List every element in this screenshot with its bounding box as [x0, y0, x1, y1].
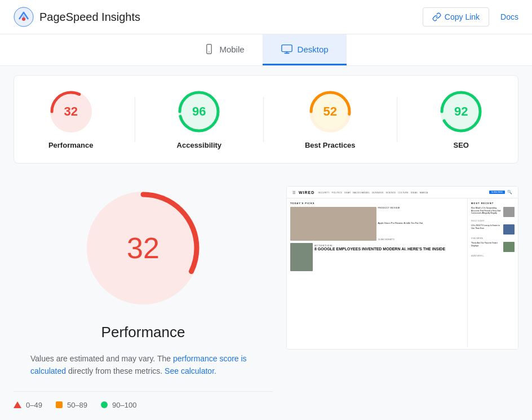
score-circle-best-practices: 52	[308, 89, 353, 134]
mock-big-headline-wrapper: ATTENTION: 8 GOOGLE EMPLOYEES INVENTED M…	[314, 243, 445, 251]
mock-portrait-img	[290, 243, 313, 271]
mock-nav-links: SECURITY POLITICS GEAR BACKCHANNEL BUSIN…	[318, 191, 428, 194]
svg-point-1	[22, 17, 25, 21]
performance-title: Performance	[101, 324, 185, 341]
legend-item-low: 0–49	[14, 401, 42, 409]
desc-middle: directly from these metrics.	[68, 366, 162, 375]
mock-picks-label: TODAY'S PICKS	[290, 202, 464, 205]
score-label-accessibility: Accessibility	[177, 141, 222, 149]
tab-mobile[interactable]: Mobile	[185, 34, 262, 65]
score-label-best-practices: Best Practices	[305, 141, 356, 149]
mock-sidebar-text-3: These Are Our Favorite Smart Displays	[471, 242, 502, 247]
mobile-icon	[203, 43, 215, 55]
mock-featured-grid: PRODUCT REVIEW Apple Vision Pro Review: …	[290, 207, 464, 241]
score-circle-performance: 32	[48, 89, 94, 134]
mock-sidebar-byline-1: REECE GILBERT	[471, 220, 515, 222]
score-card-accessibility[interactable]: 96 Accessibility	[176, 89, 221, 149]
score-label-performance: Performance	[48, 141, 93, 149]
score-value-best-practices: 52	[323, 104, 337, 119]
legend-range-low: 0–49	[26, 401, 42, 409]
mock-subscribe-btn: SUBSCRIBE	[489, 191, 505, 194]
pagespeed-logo	[14, 7, 34, 27]
screenshot-mock: ☰ WIRED SECURITY POLITICS GEAR BACKCHANN…	[287, 187, 518, 349]
legend-icon-high	[101, 401, 108, 408]
divider-2	[263, 97, 264, 142]
mock-nav-right: SUBSCRIBE 🔍	[489, 190, 512, 194]
score-card-seo[interactable]: 92 SEO	[438, 89, 484, 149]
score-cards-container: 32 Performance 96 Accessibility	[14, 75, 518, 163]
score-value-performance: 32	[64, 104, 77, 119]
score-legend: 0–49 50–89 90–100	[14, 391, 273, 409]
legend-range-high: 90–100	[112, 401, 136, 409]
legend-item-medium: 50–89	[56, 401, 87, 409]
tab-desktop-label: Desktop	[298, 45, 329, 54]
mock-sidebar-byline-3: ADAM FARRELL	[471, 255, 515, 257]
mock-site-logo: WIRED	[299, 191, 314, 194]
svg-rect-2	[207, 45, 211, 54]
score-value-accessibility: 96	[192, 104, 206, 119]
mock-featured-text: PRODUCT REVIEW Apple Vision Pro Review: …	[378, 207, 464, 241]
mock-featured-img-1	[290, 207, 376, 241]
performance-screenshot-area: ☰ WIRED SECURITY POLITICS GEAR BACKCHANN…	[286, 186, 518, 409]
mock-sidebar-text-2: LG's 2024 TV Lineup Is Easier to Use Tha…	[471, 224, 502, 229]
performance-description: Values are estimated and may vary. The p…	[30, 352, 256, 378]
mock-navbar: ☰ WIRED SECURITY POLITICS GEAR BACKCHANN…	[287, 187, 518, 198]
score-card-best-practices[interactable]: 52 Best Practices	[305, 89, 356, 149]
copy-link-button[interactable]: Copy Link	[423, 7, 489, 26]
mock-sidebar: MOST RECENT Elon Musk's X Is Suspending …	[467, 198, 518, 347]
score-circle-accessibility: 96	[176, 89, 221, 134]
score-card-performance[interactable]: 32 Performance	[48, 89, 94, 149]
mock-main-content: TODAY'S PICKS PRODUCT REVIEW Apple Visio…	[287, 198, 467, 347]
header-left: PageSpeed Insights	[14, 7, 140, 27]
mock-sidebar-item-2: LG's 2024 TV Lineup Is Easier to Use Tha…	[471, 224, 515, 235]
mock-sidebar-item-1: Elon Musk's X Is Suspending Accounts Tha…	[471, 207, 515, 217]
desc-start: Values are estimated and may vary. The	[30, 354, 171, 363]
score-circle-seo: 92	[438, 89, 484, 134]
mock-sidebar-img-1	[503, 207, 515, 217]
copy-link-label: Copy Link	[445, 12, 480, 21]
screenshot-container: ☰ WIRED SECURITY POLITICS GEAR BACKCHANN…	[286, 186, 518, 350]
tab-mobile-label: Mobile	[219, 45, 244, 54]
app-title: PageSpeed Insights	[39, 11, 140, 24]
legend-icon-medium	[56, 401, 63, 408]
calculator-link[interactable]: See calculator.	[165, 366, 216, 375]
mock-big-headline: 8 GOOGLE EMPLOYEES INVENTED MODERN AI. H…	[314, 247, 445, 251]
score-cards: 32 Performance 96 Accessibility	[28, 89, 504, 149]
large-score-circle: 32	[81, 186, 205, 310]
mock-article-byline: JULIAN CHOKKATTU	[378, 238, 464, 241]
mock-content: TODAY'S PICKS PRODUCT REVIEW Apple Visio…	[287, 198, 518, 347]
score-label-seo: SEO	[454, 141, 469, 149]
mock-sidebar-img-2	[503, 224, 515, 235]
mock-sidebar-text-1: Elon Musk's X Is Suspending Accounts Tha…	[471, 207, 502, 215]
legend-range-medium: 50–89	[67, 401, 87, 409]
divider-3	[397, 97, 397, 142]
svg-rect-4	[281, 45, 291, 52]
link-icon	[432, 12, 441, 21]
header: PageSpeed Insights Copy Link Docs	[0, 0, 532, 34]
large-score-value: 32	[127, 231, 159, 265]
performance-detail-left: 32 Performance Values are estimated and …	[14, 186, 273, 409]
mock-most-recent-label: MOST RECENT	[471, 202, 515, 205]
legend-icon-low	[14, 401, 21, 408]
desktop-icon	[281, 43, 293, 55]
main-content: 32 Performance 96 Accessibility	[0, 66, 532, 420]
mock-sidebar-img-3	[503, 242, 515, 252]
score-value-seo: 92	[454, 104, 468, 119]
docs-button[interactable]: Docs	[500, 12, 518, 21]
tabs-container: Mobile Desktop	[0, 34, 532, 66]
header-right: Copy Link Docs	[423, 7, 518, 26]
mock-tag: PRODUCT REVIEW	[378, 207, 464, 209]
divider-1	[135, 97, 135, 142]
mock-bottom-story: ATTENTION: 8 GOOGLE EMPLOYEES INVENTED M…	[290, 243, 464, 271]
tab-desktop[interactable]: Desktop	[263, 34, 347, 65]
performance-detail-section: 32 Performance Values are estimated and …	[14, 177, 518, 418]
mock-sidebar-item-3: These Are Our Favorite Smart Displays	[471, 242, 515, 252]
mock-article-headline: Apple Vision Pro Review: A Little Too Fa…	[378, 222, 464, 224]
legend-item-high: 90–100	[101, 401, 136, 409]
mock-sidebar-byline-2: RYAN WAPATA	[471, 237, 515, 240]
